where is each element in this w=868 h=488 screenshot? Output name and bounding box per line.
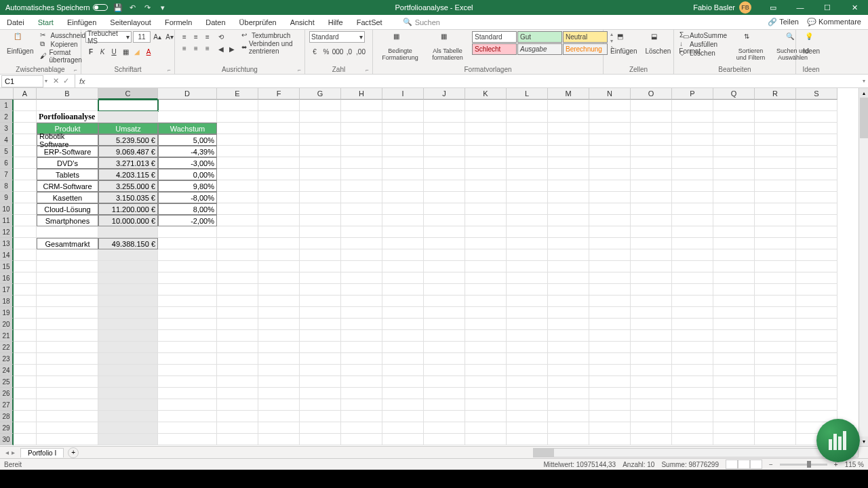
- tab-factset[interactable]: FactSet: [350, 15, 389, 29]
- cell-J29[interactable]: [424, 422, 465, 434]
- cell-M28[interactable]: [548, 411, 589, 422]
- dialog-launcher-icon[interactable]: ⌐: [167, 67, 173, 73]
- cell-B18[interactable]: [37, 296, 98, 307]
- save-icon[interactable]: 💾: [113, 3, 123, 12]
- decrease-font-button[interactable]: A▾: [164, 32, 175, 43]
- cell-D12[interactable]: [158, 226, 217, 238]
- cell-N10[interactable]: [589, 203, 631, 215]
- cell-M30[interactable]: [548, 434, 589, 445]
- row-header-20[interactable]: 20: [0, 319, 14, 330]
- cell-M8[interactable]: [548, 180, 589, 192]
- cell-I11[interactable]: [382, 215, 424, 226]
- insert-cells-button[interactable]: ⬒Einfügen: [608, 31, 639, 56]
- cell-E13[interactable]: [217, 238, 258, 249]
- cell-M15[interactable]: [548, 261, 589, 272]
- cell-A7[interactable]: [14, 169, 37, 180]
- cell-D15[interactable]: [158, 261, 217, 272]
- cell-O30[interactable]: [631, 434, 672, 445]
- cell-H6[interactable]: [341, 157, 382, 169]
- cell-N21[interactable]: [589, 330, 631, 342]
- cell-D4[interactable]: 5,00%: [158, 134, 217, 146]
- cell-O25[interactable]: [631, 376, 672, 388]
- cell-P23[interactable]: [672, 353, 713, 365]
- cell-C27[interactable]: [98, 399, 158, 411]
- cell-C26[interactable]: [98, 388, 158, 399]
- cell-S20[interactable]: [796, 319, 837, 330]
- cell-D2[interactable]: [158, 111, 217, 123]
- cell-E16[interactable]: [217, 272, 258, 284]
- row-header-6[interactable]: 6: [0, 157, 14, 169]
- cell-P6[interactable]: [672, 157, 713, 169]
- cell-S2[interactable]: [796, 111, 837, 123]
- cell-P9[interactable]: [672, 192, 713, 203]
- cell-Q16[interactable]: [713, 272, 755, 284]
- cell-I12[interactable]: [382, 226, 424, 238]
- cell-O18[interactable]: [631, 296, 672, 307]
- cell-H3[interactable]: [341, 123, 382, 134]
- increase-decimal-button[interactable]: ,0: [344, 46, 355, 57]
- align-top-button[interactable]: ≡: [179, 31, 190, 42]
- cell-B15[interactable]: [37, 261, 98, 272]
- cell-Q7[interactable]: [713, 169, 755, 180]
- italic-button[interactable]: K: [97, 46, 108, 57]
- cell-K13[interactable]: [465, 238, 507, 249]
- cell-R20[interactable]: [755, 319, 796, 330]
- merge-center-button[interactable]: ⬌Verbinden und zentrieren: [240, 40, 300, 55]
- cell-F18[interactable]: [258, 296, 300, 307]
- cell-P10[interactable]: [672, 203, 713, 215]
- cell-P28[interactable]: [672, 411, 713, 422]
- cell-A15[interactable]: [14, 261, 37, 272]
- cell-K30[interactable]: [465, 434, 507, 445]
- horizontal-scrollbar[interactable]: [533, 448, 859, 458]
- cell-R8[interactable]: [755, 180, 796, 192]
- cell-S1[interactable]: [796, 100, 837, 111]
- row-header-21[interactable]: 21: [0, 330, 14, 342]
- spreadsheet-grid[interactable]: ABCDEFGHIJKLMNOPQRS12Portfolioanalyse3Pr…: [0, 88, 868, 446]
- cell-G26[interactable]: [300, 388, 341, 399]
- cell-G17[interactable]: [300, 284, 341, 296]
- cell-F2[interactable]: [258, 111, 300, 123]
- cell-Q28[interactable]: [713, 411, 755, 422]
- cell-M11[interactable]: [548, 215, 589, 226]
- cancel-formula-button[interactable]: ✕: [53, 77, 59, 85]
- cell-O21[interactable]: [631, 330, 672, 342]
- cell-L1[interactable]: [507, 100, 548, 111]
- sheet-nav-first-icon[interactable]: ◂: [5, 449, 9, 456]
- cell-B9[interactable]: Kasetten: [37, 192, 98, 203]
- row-header-25[interactable]: 25: [0, 376, 14, 388]
- cell-F1[interactable]: [258, 100, 300, 111]
- delete-cells-button[interactable]: ⬓Löschen: [642, 31, 673, 56]
- cell-L22[interactable]: [507, 342, 548, 353]
- conditional-format-button[interactable]: ▦Bedingte Formatierung: [377, 31, 423, 62]
- cell-S12[interactable]: [796, 226, 837, 238]
- cell-B13[interactable]: Gesamtmarkt: [37, 238, 98, 249]
- cell-S13[interactable]: [796, 238, 837, 249]
- cell-Q10[interactable]: [713, 203, 755, 215]
- cell-A14[interactable]: [14, 249, 37, 261]
- cell-C3[interactable]: Umsatz: [98, 123, 158, 134]
- cell-P27[interactable]: [672, 399, 713, 411]
- cell-H18[interactable]: [341, 296, 382, 307]
- cell-A21[interactable]: [14, 330, 37, 342]
- cell-S18[interactable]: [796, 296, 837, 307]
- cell-C2[interactable]: [98, 111, 158, 123]
- cell-G21[interactable]: [300, 330, 341, 342]
- cell-M26[interactable]: [548, 388, 589, 399]
- cell-F3[interactable]: [258, 123, 300, 134]
- cell-A28[interactable]: [14, 411, 37, 422]
- cell-M9[interactable]: [548, 192, 589, 203]
- cell-L10[interactable]: [507, 203, 548, 215]
- cell-M10[interactable]: [548, 203, 589, 215]
- cell-I9[interactable]: [382, 192, 424, 203]
- tab-formeln[interactable]: Formeln: [158, 15, 199, 29]
- cell-B10[interactable]: Cloud-Lösung: [37, 203, 98, 215]
- cell-L26[interactable]: [507, 388, 548, 399]
- font-name-select[interactable]: Trebuchet MS▾: [85, 31, 132, 43]
- cell-L13[interactable]: [507, 238, 548, 249]
- tab-start[interactable]: Start: [31, 15, 60, 29]
- cell-E30[interactable]: [217, 434, 258, 445]
- cell-A12[interactable]: [14, 226, 37, 238]
- cell-O1[interactable]: [631, 100, 672, 111]
- cell-A22[interactable]: [14, 342, 37, 353]
- cell-J26[interactable]: [424, 388, 465, 399]
